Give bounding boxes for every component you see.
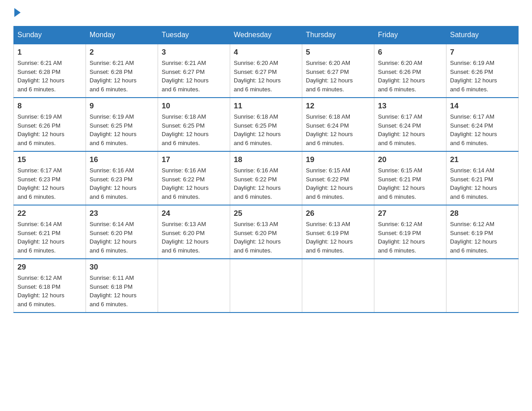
calendar-cell: 5 Sunrise: 6:20 AM Sunset: 6:27 PM Dayli… (302, 44, 374, 98)
day-number: 26 (306, 209, 370, 218)
day-info: Sunrise: 6:15 AM Sunset: 6:22 PM Dayligh… (306, 166, 370, 201)
day-number: 30 (90, 263, 154, 272)
day-info: Sunrise: 6:14 AM Sunset: 6:21 PM Dayligh… (17, 220, 82, 255)
day-number: 7 (450, 48, 515, 57)
calendar-cell: 24 Sunrise: 6:13 AM Sunset: 6:20 PM Dayl… (158, 205, 230, 259)
day-number: 13 (378, 102, 442, 111)
logo (13, 9, 21, 17)
day-number: 14 (450, 102, 515, 111)
calendar-cell: 15 Sunrise: 6:17 AM Sunset: 6:23 PM Dayl… (14, 151, 86, 205)
day-info: Sunrise: 6:12 AM Sunset: 6:19 PM Dayligh… (450, 220, 515, 255)
day-number: 15 (17, 155, 82, 164)
calendar-cell: 11 Sunrise: 6:18 AM Sunset: 6:25 PM Dayl… (230, 98, 302, 151)
day-number: 21 (450, 155, 515, 164)
day-info: Sunrise: 6:16 AM Sunset: 6:22 PM Dayligh… (162, 166, 226, 201)
day-number: 2 (90, 48, 154, 57)
calendar-cell: 18 Sunrise: 6:16 AM Sunset: 6:22 PM Dayl… (230, 151, 302, 205)
calendar-cell: 22 Sunrise: 6:14 AM Sunset: 6:21 PM Dayl… (14, 205, 86, 259)
calendar-cell (374, 259, 446, 313)
day-number: 25 (234, 209, 298, 218)
page-header (13, 9, 519, 17)
week-row-3: 15 Sunrise: 6:17 AM Sunset: 6:23 PM Dayl… (14, 151, 519, 205)
week-row-5: 29 Sunrise: 6:12 AM Sunset: 6:18 PM Dayl… (14, 259, 519, 313)
calendar-cell: 27 Sunrise: 6:12 AM Sunset: 6:19 PM Dayl… (374, 205, 446, 259)
calendar-cell: 3 Sunrise: 6:21 AM Sunset: 6:27 PM Dayli… (158, 44, 230, 98)
logo-combined (13, 9, 21, 17)
day-info: Sunrise: 6:13 AM Sunset: 6:20 PM Dayligh… (162, 220, 226, 255)
day-info: Sunrise: 6:15 AM Sunset: 6:21 PM Dayligh… (378, 166, 442, 201)
calendar-cell: 8 Sunrise: 6:19 AM Sunset: 6:26 PM Dayli… (14, 98, 86, 151)
day-info: Sunrise: 6:17 AM Sunset: 6:24 PM Dayligh… (450, 112, 515, 147)
day-number: 17 (162, 155, 226, 164)
day-number: 19 (306, 155, 370, 164)
day-info: Sunrise: 6:20 AM Sunset: 6:27 PM Dayligh… (234, 59, 298, 94)
column-header-friday: Friday (374, 26, 446, 44)
day-info: Sunrise: 6:16 AM Sunset: 6:23 PM Dayligh… (90, 166, 154, 201)
day-number: 22 (17, 209, 82, 218)
column-header-monday: Monday (86, 26, 158, 44)
calendar-cell: 4 Sunrise: 6:20 AM Sunset: 6:27 PM Dayli… (230, 44, 302, 98)
header-row: SundayMondayTuesdayWednesdayThursdayFrid… (14, 26, 519, 44)
day-info: Sunrise: 6:19 AM Sunset: 6:25 PM Dayligh… (90, 112, 154, 147)
day-number: 3 (162, 48, 226, 57)
day-info: Sunrise: 6:21 AM Sunset: 6:28 PM Dayligh… (90, 59, 154, 94)
day-number: 9 (90, 102, 154, 111)
calendar-cell: 6 Sunrise: 6:20 AM Sunset: 6:26 PM Dayli… (374, 44, 446, 98)
calendar-cell (230, 259, 302, 313)
column-header-sunday: Sunday (14, 26, 86, 44)
calendar-cell (446, 259, 519, 313)
logo-arrow-icon (14, 8, 21, 17)
day-number: 10 (162, 102, 226, 111)
calendar-cell: 29 Sunrise: 6:12 AM Sunset: 6:18 PM Dayl… (14, 259, 86, 313)
day-info: Sunrise: 6:17 AM Sunset: 6:23 PM Dayligh… (17, 166, 82, 201)
calendar-cell: 1 Sunrise: 6:21 AM Sunset: 6:28 PM Dayli… (14, 44, 86, 98)
calendar-cell: 25 Sunrise: 6:13 AM Sunset: 6:20 PM Dayl… (230, 205, 302, 259)
calendar-cell: 16 Sunrise: 6:16 AM Sunset: 6:23 PM Dayl… (86, 151, 158, 205)
day-info: Sunrise: 6:18 AM Sunset: 6:24 PM Dayligh… (306, 112, 370, 147)
day-info: Sunrise: 6:21 AM Sunset: 6:28 PM Dayligh… (17, 59, 82, 94)
day-info: Sunrise: 6:16 AM Sunset: 6:22 PM Dayligh… (234, 166, 298, 201)
calendar-cell: 20 Sunrise: 6:15 AM Sunset: 6:21 PM Dayl… (374, 151, 446, 205)
day-info: Sunrise: 6:20 AM Sunset: 6:26 PM Dayligh… (378, 59, 442, 94)
day-info: Sunrise: 6:20 AM Sunset: 6:27 PM Dayligh… (306, 59, 370, 94)
week-row-1: 1 Sunrise: 6:21 AM Sunset: 6:28 PM Dayli… (14, 44, 519, 98)
day-number: 6 (378, 48, 442, 57)
day-info: Sunrise: 6:11 AM Sunset: 6:18 PM Dayligh… (90, 274, 154, 308)
day-number: 8 (17, 102, 82, 111)
calendar-cell: 28 Sunrise: 6:12 AM Sunset: 6:19 PM Dayl… (446, 205, 519, 259)
column-header-saturday: Saturday (446, 26, 519, 44)
day-number: 27 (378, 209, 442, 218)
day-info: Sunrise: 6:12 AM Sunset: 6:18 PM Dayligh… (17, 274, 82, 308)
day-info: Sunrise: 6:18 AM Sunset: 6:25 PM Dayligh… (162, 112, 226, 147)
day-info: Sunrise: 6:14 AM Sunset: 6:20 PM Dayligh… (90, 220, 154, 255)
day-info: Sunrise: 6:17 AM Sunset: 6:24 PM Dayligh… (378, 112, 442, 147)
column-header-thursday: Thursday (302, 26, 374, 44)
calendar-cell: 14 Sunrise: 6:17 AM Sunset: 6:24 PM Dayl… (446, 98, 519, 151)
day-info: Sunrise: 6:21 AM Sunset: 6:27 PM Dayligh… (162, 59, 226, 94)
calendar-cell: 2 Sunrise: 6:21 AM Sunset: 6:28 PM Dayli… (86, 44, 158, 98)
day-number: 29 (17, 263, 82, 272)
day-number: 12 (306, 102, 370, 111)
calendar-cell: 12 Sunrise: 6:18 AM Sunset: 6:24 PM Dayl… (302, 98, 374, 151)
calendar-cell: 17 Sunrise: 6:16 AM Sunset: 6:22 PM Dayl… (158, 151, 230, 205)
day-info: Sunrise: 6:13 AM Sunset: 6:20 PM Dayligh… (234, 220, 298, 255)
calendar-cell: 10 Sunrise: 6:18 AM Sunset: 6:25 PM Dayl… (158, 98, 230, 151)
calendar-cell: 13 Sunrise: 6:17 AM Sunset: 6:24 PM Dayl… (374, 98, 446, 151)
day-number: 16 (90, 155, 154, 164)
calendar-cell: 7 Sunrise: 6:19 AM Sunset: 6:26 PM Dayli… (446, 44, 519, 98)
day-number: 20 (378, 155, 442, 164)
day-number: 11 (234, 102, 298, 111)
day-number: 28 (450, 209, 515, 218)
day-number: 4 (234, 48, 298, 57)
column-header-tuesday: Tuesday (158, 26, 230, 44)
calendar-cell: 23 Sunrise: 6:14 AM Sunset: 6:20 PM Dayl… (86, 205, 158, 259)
calendar-cell: 30 Sunrise: 6:11 AM Sunset: 6:18 PM Dayl… (86, 259, 158, 313)
day-number: 1 (17, 48, 82, 57)
week-row-4: 22 Sunrise: 6:14 AM Sunset: 6:21 PM Dayl… (14, 205, 519, 259)
calendar-cell: 21 Sunrise: 6:14 AM Sunset: 6:21 PM Dayl… (446, 151, 519, 205)
calendar-cell: 9 Sunrise: 6:19 AM Sunset: 6:25 PM Dayli… (86, 98, 158, 151)
calendar-cell: 26 Sunrise: 6:13 AM Sunset: 6:19 PM Dayl… (302, 205, 374, 259)
column-header-wednesday: Wednesday (230, 26, 302, 44)
day-number: 24 (162, 209, 226, 218)
calendar-cell (158, 259, 230, 313)
